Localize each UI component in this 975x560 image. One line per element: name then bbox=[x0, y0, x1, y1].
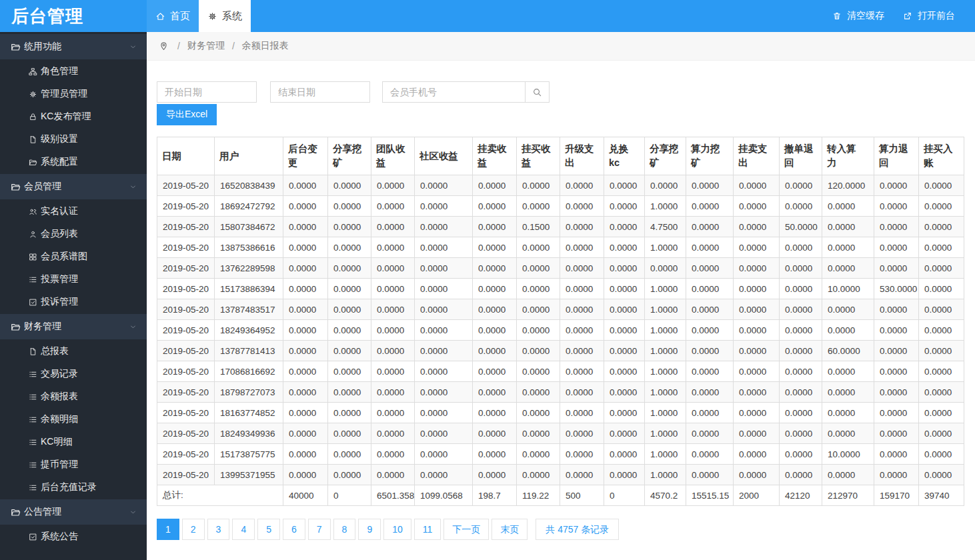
table-cell: 0.0000 bbox=[604, 217, 645, 237]
chevron-down-icon bbox=[129, 323, 137, 331]
table-cell: 0.0000 bbox=[283, 382, 328, 403]
check-square-icon bbox=[29, 298, 37, 307]
location-pin-icon bbox=[159, 41, 169, 52]
table-cell: 2019-05-20 bbox=[157, 465, 215, 485]
table-cell: 0.0000 bbox=[328, 279, 371, 299]
page-button-8[interactable]: 8 bbox=[333, 519, 356, 540]
page-button-6[interactable]: 6 bbox=[283, 519, 305, 540]
table-cell: 2019-05-20 bbox=[157, 403, 215, 423]
table-cell: 10.0000 bbox=[822, 444, 874, 465]
table-cell: 0.0000 bbox=[734, 465, 780, 485]
table-cell: 0.0000 bbox=[734, 423, 780, 444]
sidebar-item-label: 系统公告 bbox=[41, 531, 78, 543]
sidebar-item-label: 角色管理 bbox=[41, 65, 78, 77]
sidebar-section-items: 角色管理管理员管理KC发布管理级别设置系统配置 bbox=[0, 59, 147, 174]
page-button-2[interactable]: 2 bbox=[182, 519, 205, 540]
page-button-4[interactable]: 4 bbox=[232, 519, 255, 540]
table-cell: 0.0000 bbox=[473, 217, 517, 237]
table-cell: 0.0000 bbox=[686, 299, 734, 320]
page-button-11[interactable]: 11 bbox=[414, 519, 441, 540]
table-cell: 0.0000 bbox=[328, 341, 371, 361]
total-cell: 0 bbox=[328, 485, 371, 506]
sidebar-item[interactable]: 后台充值记录 bbox=[0, 476, 147, 499]
sidebar-item[interactable]: 级别设置 bbox=[0, 128, 147, 151]
table-cell: 2019-05-20 bbox=[157, 423, 215, 444]
page-button-5[interactable]: 5 bbox=[257, 519, 280, 540]
table-cell: 0.0000 bbox=[780, 320, 822, 341]
sidebar-item[interactable]: 会员系谱图 bbox=[0, 245, 147, 268]
sidebar-item[interactable]: 角色管理 bbox=[0, 60, 147, 83]
end-date-input[interactable] bbox=[270, 81, 370, 103]
table-row: 2019-05-20137874835170.00000.00000.00000… bbox=[157, 299, 964, 320]
sidebar-section-header[interactable]: 统用功能 bbox=[0, 34, 147, 59]
table-cell: 0.0000 bbox=[919, 341, 964, 361]
sidebar-item[interactable]: 提币管理 bbox=[0, 453, 147, 476]
sidebar-item[interactable]: 投诉管理 bbox=[0, 291, 147, 313]
page-button-10[interactable]: 10 bbox=[383, 519, 411, 540]
table-cell: 0.0000 bbox=[560, 175, 604, 196]
table-cell: 0.0000 bbox=[328, 217, 371, 237]
sidebar-item[interactable]: 投票管理 bbox=[0, 268, 147, 291]
pagination: 1234567891011下一页末页共 4757 条记录 bbox=[157, 519, 964, 540]
member-phone-input[interactable] bbox=[382, 81, 525, 103]
table-cell: 0.0000 bbox=[517, 299, 560, 320]
sidebar-item[interactable]: 实名认证 bbox=[0, 200, 147, 223]
page-button-9[interactable]: 9 bbox=[358, 519, 381, 540]
table-cell: 0.0000 bbox=[560, 279, 604, 299]
breadcrumb-item[interactable]: 财务管理 bbox=[187, 40, 225, 52]
page-button-1[interactable]: 1 bbox=[157, 519, 179, 540]
page-button-7[interactable]: 7 bbox=[308, 519, 331, 540]
table-cell: 15807384672 bbox=[215, 217, 283, 237]
sidebar-item[interactable]: 系统公告 bbox=[0, 525, 147, 548]
table-cell: 0.0000 bbox=[822, 217, 874, 237]
table-cell: 0.0000 bbox=[328, 423, 371, 444]
sidebar-section-label: 财务管理 bbox=[24, 321, 61, 333]
table-cell: 0.0000 bbox=[560, 444, 604, 465]
sidebar-item[interactable]: 交易记录 bbox=[0, 363, 147, 385]
table-cell: 0.0000 bbox=[328, 444, 371, 465]
clear-cache-button[interactable]: 清空缓存 bbox=[832, 10, 884, 22]
sidebar-section-header[interactable]: 会员管理 bbox=[0, 174, 147, 199]
table-cell: 0.0000 bbox=[517, 320, 560, 341]
table-cell: 0.0000 bbox=[780, 237, 822, 258]
sidebar-item-label: 实名认证 bbox=[41, 205, 78, 217]
table-cell: 0.0000 bbox=[415, 465, 473, 485]
page-button-3[interactable]: 3 bbox=[207, 519, 230, 540]
table-cell: 0.0000 bbox=[328, 196, 371, 217]
table-cell: 0.0000 bbox=[560, 403, 604, 423]
sidebar-item[interactable]: 管理员管理 bbox=[0, 83, 147, 105]
sidebar-item[interactable]: 余额报表 bbox=[0, 385, 147, 408]
sidebar-item[interactable]: 会员列表 bbox=[0, 223, 147, 245]
external-link-icon bbox=[903, 11, 912, 21]
sidebar-item[interactable]: 总报表 bbox=[0, 340, 147, 363]
table-cell: 0.0000 bbox=[919, 217, 964, 237]
open-frontend-button[interactable]: 打开前台 bbox=[903, 10, 955, 22]
sidebar-section-header[interactable]: 财务管理 bbox=[0, 314, 147, 339]
sidebar-item[interactable]: 余额明细 bbox=[0, 408, 147, 431]
sidebar-section-header[interactable]: 公告管理 bbox=[0, 499, 147, 525]
table-row: 2019-05-20186924727920.00000.00000.00000… bbox=[157, 196, 964, 217]
table-cell: 0.0000 bbox=[780, 279, 822, 299]
start-date-input[interactable] bbox=[157, 81, 257, 103]
table-cell: 2019-05-20 bbox=[157, 299, 215, 320]
last-page-button[interactable]: 末页 bbox=[492, 519, 528, 540]
sitemap-icon bbox=[29, 67, 37, 76]
tab-system[interactable]: 系统 bbox=[199, 0, 251, 32]
pin-icon bbox=[159, 41, 169, 51]
sidebar-item[interactable]: KC发布管理 bbox=[0, 105, 147, 128]
table-cell: 0.0000 bbox=[560, 465, 604, 485]
sidebar-item[interactable]: 系统配置 bbox=[0, 151, 147, 173]
table-cell: 0.0000 bbox=[371, 465, 415, 485]
table-cell: 0.0000 bbox=[283, 237, 328, 258]
next-page-button[interactable]: 下一页 bbox=[443, 519, 489, 540]
table-cell: 50.0000 bbox=[780, 217, 822, 237]
grid-icon bbox=[29, 253, 37, 261]
table-cell: 0.0000 bbox=[560, 217, 604, 237]
table-row: 2019-05-20165208384390.00000.00000.00000… bbox=[157, 175, 964, 196]
table-cell: 0.0000 bbox=[517, 341, 560, 361]
tab-home[interactable]: 首页 bbox=[147, 0, 199, 32]
search-button[interactable] bbox=[525, 81, 550, 103]
table-cell: 0.0000 bbox=[328, 299, 371, 320]
sidebar-item[interactable]: KC明细 bbox=[0, 431, 147, 453]
export-excel-button[interactable]: 导出Excel bbox=[157, 104, 217, 125]
